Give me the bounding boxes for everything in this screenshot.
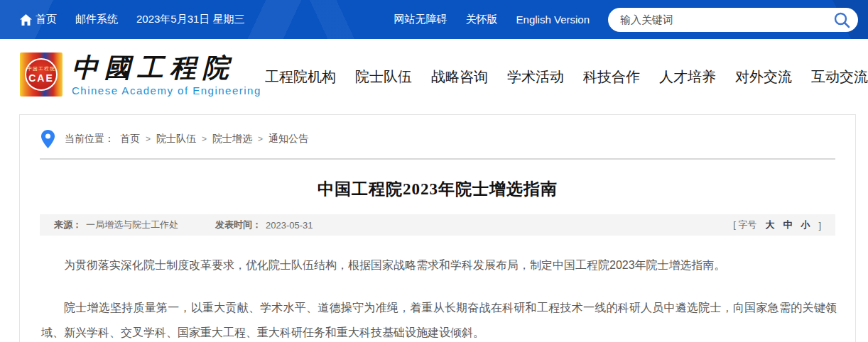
- fontsize-suffix: ]: [818, 220, 821, 231]
- nav-item-strategic-consulting[interactable]: 战略咨询: [431, 67, 488, 87]
- breadcrumb-separator: >: [202, 134, 207, 144]
- topbar-left-group: 首页 邮件系统 2023年5月31日 星期三: [20, 13, 245, 26]
- breadcrumb: 当前位置： 首页 > 院士队伍 > 院士增选 > 通知公告: [65, 133, 308, 145]
- article-body: 为贯彻落实深化院士制度改革要求，优化院士队伍结构，根据国家战略需求和学科发展布局…: [20, 236, 855, 342]
- breadcrumb-item-notices[interactable]: 通知公告: [268, 133, 308, 145]
- topbar-right-group: 网站无障碍 关怀版 English Version: [394, 8, 858, 32]
- home-link[interactable]: 首页: [20, 13, 57, 26]
- main-nav: 工程院机构 院士队伍 战略咨询 学术活动 科技合作 人才培养 对外交流 互动交流: [265, 63, 868, 87]
- logo-small-text: 中国工程院: [27, 65, 55, 72]
- source-value: 一局增选与院士工作处: [86, 219, 178, 231]
- article-title: 中国工程院2023年院士增选指南: [20, 178, 855, 200]
- breadcrumb-row: 当前位置： 首页 > 院士队伍 > 院士增选 > 通知公告: [20, 115, 855, 158]
- brand-name-cn: 中國工程院: [72, 53, 261, 82]
- article-paragraph: 为贯彻落实深化院士制度改革要求，优化院士队伍结构，根据国家战略需求和学科发展布局…: [41, 253, 837, 277]
- brand[interactable]: 中国工程院 CAE 中國工程院 Chinese Academy of Engin…: [20, 53, 261, 96]
- breadcrumb-item-academicians[interactable]: 院士队伍: [156, 133, 196, 145]
- breadcrumb-item-election[interactable]: 院士增选: [212, 133, 252, 145]
- publish-time-label: 发表时间：: [215, 219, 261, 231]
- article-paragraph: 院士增选坚持质量第一，以重大贡献、学术水平、道德操守为准绳，着重从长期奋战在科研…: [41, 295, 837, 342]
- fontsize-small-button[interactable]: 小: [801, 219, 810, 231]
- home-icon: [20, 14, 32, 26]
- breadcrumb-item-home[interactable]: 首页: [120, 133, 140, 145]
- home-label: 首页: [36, 13, 57, 26]
- content-box: 当前位置： 首页 > 院士队伍 > 院士增选 > 通知公告 中国工程院2023年…: [19, 114, 856, 342]
- site-header: 中国工程院 CAE 中國工程院 Chinese Academy of Engin…: [0, 39, 868, 110]
- publish-time-value: 2023-05-31: [266, 220, 313, 231]
- nav-item-academicians[interactable]: 院士队伍: [355, 67, 412, 87]
- breadcrumb-divider: [40, 158, 835, 160]
- current-date: 2023年5月31日 星期三: [136, 13, 245, 26]
- care-version-link[interactable]: 关怀版: [466, 13, 498, 26]
- brand-name-en: Chinese Academy of Engineering: [72, 84, 261, 96]
- article-meta-left: 来源： 一局增选与院士工作处 发表时间： 2023-05-31: [54, 219, 313, 231]
- nav-item-organization[interactable]: 工程院机构: [265, 67, 336, 87]
- nav-item-external-exchange[interactable]: 对外交流: [735, 67, 792, 87]
- breadcrumb-label: 当前位置：: [65, 133, 114, 145]
- fontsize-large-button[interactable]: 大: [765, 219, 774, 231]
- source-label: 来源：: [54, 219, 82, 231]
- nav-item-interactive-exchange[interactable]: 互动交流: [811, 67, 868, 87]
- nav-item-talent-training[interactable]: 人才培养: [659, 67, 716, 87]
- search-icon[interactable]: [832, 11, 851, 32]
- fontsize-prefix: [ 字号: [733, 219, 756, 231]
- cae-logo-emblem: 中国工程院 CAE: [25, 58, 58, 91]
- logo-cae-text: CAE: [28, 72, 54, 84]
- nav-item-academic-activities[interactable]: 学术活动: [507, 67, 564, 87]
- fontsize-control: [ 字号 大 中 小 ]: [733, 219, 821, 231]
- nav-item-tech-cooperation[interactable]: 科技合作: [583, 67, 640, 87]
- english-version-link[interactable]: English Version: [516, 13, 590, 26]
- breadcrumb-separator: >: [258, 134, 263, 144]
- mail-system-link[interactable]: 邮件系统: [75, 13, 118, 26]
- search-box: [608, 8, 858, 32]
- fontsize-medium-button[interactable]: 中: [783, 219, 792, 231]
- cae-logo: 中国工程院 CAE: [20, 53, 63, 96]
- article-meta-bar: 来源： 一局增选与院士工作处 发表时间： 2023-05-31 [ 字号 大 中…: [40, 214, 835, 236]
- brand-text: 中國工程院 Chinese Academy of Engineering: [72, 53, 261, 96]
- topbar: 首页 邮件系统 2023年5月31日 星期三 网站无障碍 关怀版 English…: [0, 0, 868, 39]
- location-pin-icon: [41, 130, 55, 148]
- breadcrumb-separator: >: [146, 134, 151, 144]
- search-input[interactable]: [608, 8, 858, 32]
- accessibility-link[interactable]: 网站无障碍: [394, 13, 447, 26]
